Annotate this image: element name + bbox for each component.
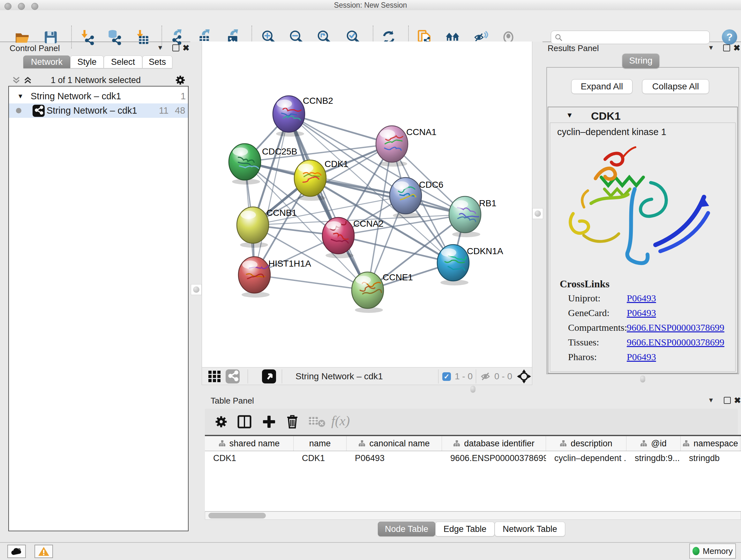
crosslink-link[interactable]: P06493 — [627, 352, 656, 362]
control-panel-close-icon[interactable]: ✖ — [183, 43, 190, 53]
collapse-all-icon[interactable] — [11, 75, 21, 85]
crosslink-link[interactable]: P06493 — [627, 293, 656, 304]
network-edge[interactable] — [254, 275, 367, 290]
network-edge[interactable] — [254, 114, 289, 275]
network-node-hist1h1a[interactable] — [239, 257, 270, 298]
crosslink-link[interactable]: 9606.ENSP00000378699 — [627, 337, 724, 348]
protein-detail-box: ▼ CDK1 cyclin–dependent kinase 1 CrossL — [548, 107, 738, 374]
function-builder-icon: f(x) — [331, 413, 350, 428]
birdseye-view-icon[interactable] — [262, 369, 276, 383]
protein-collapse-icon[interactable]: ▼ — [566, 111, 573, 119]
show-columns-icon[interactable] — [238, 415, 252, 428]
tab-network[interactable]: Network — [23, 56, 70, 68]
table-panel-float-icon[interactable] — [724, 397, 731, 404]
control-panel-float-icon[interactable] — [172, 44, 179, 51]
tab-select[interactable]: Select — [104, 56, 142, 68]
column-header-sharedname[interactable]: shared name — [205, 436, 293, 451]
column-header-name[interactable]: name — [293, 436, 347, 451]
results-panel-menu-icon[interactable]: ▼ — [708, 44, 714, 51]
collapse-all-button[interactable]: Collapse All — [642, 79, 709, 94]
column-header-databaseidentifier[interactable]: database identifier — [442, 436, 546, 451]
crosslink-label: Tissues: — [568, 337, 599, 348]
network-collection-row[interactable]: ▼ String Network – cdk1 1 — [9, 89, 188, 104]
grid-view-icon[interactable] — [208, 370, 221, 383]
network-node-ccna1[interactable] — [376, 126, 408, 167]
network-row-selected[interactable]: String Network – cdk1 11 48 — [9, 104, 188, 118]
protein-description-box: cyclin–dependent kinase 1 CrossLinks Uni… — [550, 123, 736, 372]
tab-edge-table[interactable]: Edge Table — [435, 522, 495, 537]
network-node-ccne1[interactable] — [352, 272, 384, 313]
network-selected-status: 1 of 1 Network selected — [32, 75, 159, 85]
tab-sets[interactable]: Sets — [142, 56, 172, 68]
table-hscrollbar-thumb[interactable] — [208, 513, 266, 518]
crosslink-link[interactable]: P06493 — [627, 307, 656, 318]
expand-all-button[interactable]: Expand All — [571, 79, 632, 94]
table-cell: P06493 — [347, 451, 442, 465]
network-label: String Network – cdk1 — [47, 104, 137, 118]
column-header-id[interactable]: @id — [626, 436, 681, 451]
node-label-ccna2: CCNA2 — [353, 219, 384, 229]
selected-nodes-checkbox[interactable]: ✓ — [442, 372, 451, 381]
memory-status-dot — [692, 547, 699, 555]
cloud-status-button[interactable] — [7, 545, 26, 558]
column-header-namespace[interactable]: namespace — [681, 436, 740, 451]
table-hscrollbar[interactable] — [205, 511, 741, 520]
network-node-ccnb1[interactable] — [237, 207, 269, 248]
protein-description: cyclin–dependent kinase 1 — [557, 127, 666, 137]
column-network-icon — [219, 440, 226, 447]
tab-string[interactable]: String — [622, 54, 659, 68]
search-input[interactable] — [565, 32, 707, 43]
expand-all-icon[interactable] — [23, 75, 32, 85]
table-panel-menu-icon[interactable]: ▼ — [708, 396, 714, 404]
control-panel-menu-icon[interactable]: ▼ — [157, 44, 163, 51]
network-view-title: String Network – cdk1 — [295, 371, 383, 381]
table-row[interactable]: CDK1CDK1P064939606.ENSP00000378699cyclin… — [205, 451, 741, 465]
crosslink-label: GeneCard: — [568, 307, 610, 318]
memory-label: Memory — [703, 546, 733, 556]
results-panel-title: Results Panel — [548, 44, 599, 53]
tab-style[interactable]: Style — [70, 56, 104, 68]
delete-table-icon — [309, 417, 326, 427]
network-node-cdkn1a[interactable] — [437, 245, 469, 286]
results-panel-float-icon[interactable] — [723, 44, 730, 51]
crosslink-row: GeneCard:P06493 — [568, 307, 734, 322]
hidden-count: 0 - 0 — [494, 371, 512, 381]
tab-network-table[interactable]: Network Table — [495, 522, 565, 537]
crosslink-row: Pharos:P06493 — [568, 352, 734, 366]
memory-button[interactable]: Memory — [689, 543, 736, 559]
network-view-canvas[interactable]: CCNB2CCNA1CDC25BCDK1CDC6RB1CCNB1CCNA2CDK… — [202, 42, 532, 367]
results-panel-close-icon[interactable]: ✖ — [733, 43, 740, 53]
column-header-description[interactable]: description — [546, 436, 626, 451]
crosslink-row: Tissues:9606.ENSP00000378699 — [568, 337, 734, 352]
table-cell: CDK1 — [205, 451, 293, 465]
table-gear-icon[interactable] — [214, 415, 228, 428]
left-splitter[interactable] — [190, 42, 202, 542]
tab-node-table[interactable]: Node Table — [378, 522, 435, 537]
network-node-count: 11 — [159, 104, 169, 118]
crosslink-label: Compartments: — [568, 322, 627, 333]
gear-icon[interactable] — [175, 75, 186, 85]
add-column-icon[interactable] — [262, 415, 276, 428]
network-node-ccnb2[interactable] — [273, 96, 305, 137]
network-node-ccna2[interactable] — [322, 217, 354, 258]
table-panel-title: Table Panel — [211, 396, 254, 406]
warning-status-button[interactable] — [35, 545, 53, 558]
crosslink-link[interactable]: 9606.ENSP00000378699 — [627, 322, 724, 333]
delete-column-icon[interactable] — [286, 415, 299, 429]
control-panel-title: Control Panel — [10, 44, 60, 53]
table-panel-close-icon[interactable]: ✖ — [734, 395, 741, 406]
bottom-splitter[interactable] — [202, 385, 741, 393]
collection-expander-icon[interactable]: ▼ — [17, 89, 23, 104]
search-icon — [554, 33, 563, 42]
network-node-cdc25b[interactable] — [229, 144, 261, 185]
table-header-row: shared namenamecanonical namedatabase id… — [205, 436, 741, 451]
crosslink-row: Uniprot:P06493 — [568, 293, 734, 307]
network-node-rb1[interactable] — [449, 196, 481, 237]
table-cell: cyclin–dependent ... — [546, 451, 626, 465]
column-header-canonicalname[interactable]: canonical name — [347, 436, 442, 451]
crosshair-icon[interactable] — [517, 369, 531, 384]
right-splitter[interactable] — [532, 42, 542, 367]
node-table[interactable]: shared namenamecanonical namedatabase id… — [205, 435, 741, 511]
column-network-icon — [640, 440, 647, 447]
share-view-icon[interactable] — [226, 369, 240, 383]
